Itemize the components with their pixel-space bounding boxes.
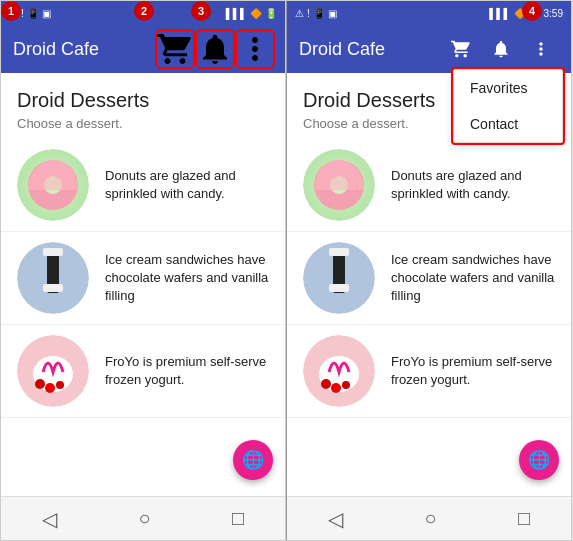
signal-icon: ▌▌▌	[226, 8, 247, 19]
donut-shape	[28, 160, 78, 210]
dessert-item-froyo-left[interactable]: FroYo is premium self-serve frozen yogur…	[1, 325, 285, 418]
icecream-text-right: Ice cream sandwiches have chocolate wafe…	[391, 251, 555, 306]
phone-left: 1 2 3 ⚠ ! 📱 ▣ ▌▌▌ 🔶 🔋 Droid Cafe	[0, 0, 286, 541]
more-button-right[interactable]	[523, 31, 559, 67]
froyo-image-left	[17, 335, 89, 407]
svg-rect-8	[329, 248, 349, 256]
icecream-text-left: Ice cream sandwiches have chocolate wafe…	[105, 251, 269, 306]
icecream-image-left	[17, 242, 89, 314]
donut-glaze-r	[314, 160, 364, 190]
alert-icon-right	[491, 39, 511, 59]
icecream-visual	[17, 242, 89, 314]
wifi-icon-right: 🔶	[250, 8, 262, 19]
nav-bar-right: ◁ ○ □	[287, 496, 571, 540]
more-button[interactable]	[237, 31, 273, 67]
donut-shape-r	[314, 160, 364, 210]
nav-recents-right[interactable]: □	[518, 507, 530, 530]
cart-button[interactable]	[157, 31, 193, 67]
fab-right[interactable]: 🌐	[519, 440, 559, 480]
froyo-svg	[28, 344, 78, 399]
nav-home-left[interactable]: ○	[138, 507, 150, 530]
froyo-image-right	[303, 335, 375, 407]
donut-glaze	[28, 160, 78, 190]
dropdown-menu[interactable]: Favorites Contact	[453, 69, 563, 143]
svg-point-12	[331, 383, 341, 393]
annotation-3: 3	[191, 1, 211, 21]
cart-icon	[157, 31, 193, 67]
dessert-item-froyo-right[interactable]: FroYo is premium self-serve frozen yogur…	[287, 325, 571, 418]
phone-icon: 📱	[27, 8, 39, 19]
donut-image-right	[303, 149, 375, 221]
app-bar-right: Droid Cafe	[287, 25, 571, 73]
icecream-visual-r	[303, 242, 375, 314]
alert-icon	[197, 31, 233, 67]
dessert-item-donut-left[interactable]: Donuts are glazed and sprinkled with can…	[1, 139, 285, 232]
exclaim-icon-r: !	[307, 8, 310, 19]
froyo-svg-r	[314, 344, 364, 399]
nav-back-left[interactable]: ◁	[42, 507, 57, 531]
dessert-item-icecream-right[interactable]: Ice cream sandwiches have chocolate wafe…	[287, 232, 571, 325]
icecream-svg-r	[319, 248, 359, 308]
time-right: 3:59	[544, 8, 563, 19]
more-icon-right	[531, 39, 551, 59]
icecream-image-right	[303, 242, 375, 314]
svg-point-4	[35, 379, 45, 389]
signal-icon-r: ▌▌▌	[489, 8, 510, 19]
menu-item-favorites[interactable]: Favorites	[454, 70, 562, 106]
annotation-2: 2	[134, 1, 154, 21]
dessert-item-icecream-left[interactable]: Ice cream sandwiches have chocolate wafe…	[1, 232, 285, 325]
svg-rect-9	[329, 284, 349, 292]
phone-right: 4 ⚠ ! 📱 ▣ ▌▌▌ 🔶 🔋 3:59 Droid Cafe	[286, 0, 572, 541]
menu-item-contact[interactable]: Contact	[454, 106, 562, 142]
donut-visual	[17, 149, 89, 221]
fab-icon-left: 🌐	[242, 449, 264, 471]
svg-point-11	[321, 379, 331, 389]
donut-text-right: Donuts are glazed and sprinkled with can…	[391, 167, 555, 203]
annotation-1: 1	[1, 1, 21, 21]
dessert-item-donut-right[interactable]: Donuts are glazed and sprinkled with can…	[287, 139, 571, 232]
cart-icon-right	[451, 39, 471, 59]
froyo-text-left: FroYo is premium self-serve frozen yogur…	[105, 353, 269, 389]
fab-icon-right: 🌐	[528, 449, 550, 471]
warning-icon-r: ⚠	[295, 8, 304, 19]
svg-point-6	[56, 381, 64, 389]
app-title-right: Droid Cafe	[299, 39, 443, 60]
status-icons-right-left: ⚠ ! 📱 ▣	[295, 8, 337, 19]
wifi-icon-r: ▣	[328, 8, 337, 19]
content-left: Droid Desserts Choose a dessert. Donuts …	[1, 73, 285, 496]
alert-button[interactable]	[197, 31, 233, 67]
app-actions-left	[157, 31, 273, 67]
app-actions-right	[443, 31, 559, 67]
donut-visual-r	[303, 149, 375, 221]
froyo-text-right: FroYo is premium self-serve frozen yogur…	[391, 353, 555, 389]
donut-image-left	[17, 149, 89, 221]
phone-icon-r: 📱	[313, 8, 325, 19]
status-right-left: ▌▌▌ 🔶 🔋	[226, 8, 277, 19]
wifi-icon: ▣	[42, 8, 51, 19]
donut-text-left: Donuts are glazed and sprinkled with can…	[105, 167, 269, 203]
icecream-svg	[33, 248, 73, 308]
froyo-visual-r	[303, 335, 375, 407]
cart-button-right[interactable]	[443, 31, 479, 67]
more-icon	[237, 31, 273, 67]
svg-point-13	[342, 381, 350, 389]
svg-rect-2	[43, 284, 63, 292]
nav-bar-left: ◁ ○ □	[1, 496, 285, 540]
nav-recents-left[interactable]: □	[232, 507, 244, 530]
content-title-left: Droid Desserts	[1, 73, 285, 116]
nav-home-right[interactable]: ○	[424, 507, 436, 530]
app-title-left: Droid Cafe	[13, 39, 157, 60]
alert-button-right[interactable]	[483, 31, 519, 67]
battery-icon: 🔋	[265, 8, 277, 19]
froyo-visual	[17, 335, 89, 407]
svg-rect-1	[43, 248, 63, 256]
nav-back-right[interactable]: ◁	[328, 507, 343, 531]
exclaim-icon: !	[21, 8, 24, 19]
fab-left[interactable]: 🌐	[233, 440, 273, 480]
svg-point-5	[45, 383, 55, 393]
app-bar-left: Droid Cafe	[1, 25, 285, 73]
annotation-4: 4	[522, 1, 542, 21]
content-subtitle-left: Choose a dessert.	[1, 116, 285, 139]
